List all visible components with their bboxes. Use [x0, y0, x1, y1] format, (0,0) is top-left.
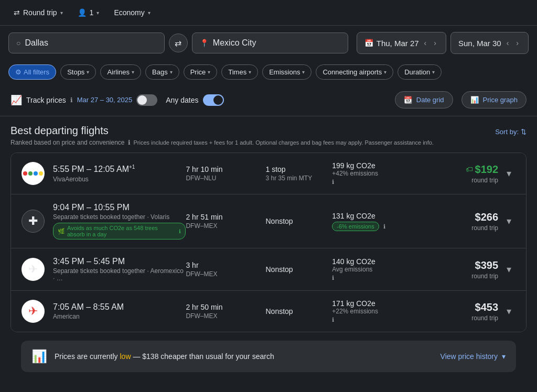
airline-logo-2: ✈: [22, 258, 45, 281]
airline-name-3: American: [53, 313, 186, 320]
calendar-icon: 📅: [364, 39, 373, 47]
connecting-airports-chevron: ▾: [384, 69, 386, 75]
flight-price-1: $266 round trip: [432, 211, 498, 232]
flight-times-3: 7:05 AM – 8:55 AM American: [53, 302, 186, 320]
flight-card-2[interactable]: ✈ 3:45 PM – 5:45 PM Separate tickets boo…: [11, 248, 526, 291]
expand-btn-1[interactable]: ▾: [502, 213, 515, 229]
duration-route-1: DFW–MEX: [186, 222, 265, 230]
destination-field[interactable]: 📍 Mexico City: [192, 32, 348, 53]
flight-card-1[interactable]: ✚ 9:04 PM – 10:55 PM Separate tickets bo…: [11, 194, 526, 248]
depart-next-button[interactable]: ›: [432, 38, 438, 48]
emissions-info-icon-1[interactable]: ℹ: [383, 223, 385, 230]
price-type-3: round trip: [432, 314, 498, 322]
times-filter-button[interactable]: Times ▾: [221, 64, 258, 80]
flight-emissions-2: 140 kg CO2e Avg emissions ℹ: [332, 257, 432, 281]
depart-date-field[interactable]: 📅 Thu, Mar 27 ‹ ›: [357, 32, 446, 54]
flight-duration-1: 2 hr 51 min DFW–MEX: [186, 213, 265, 230]
dot-blue: [34, 171, 38, 176]
flight-times-1: 9:04 PM – 10:55 PM Separate tickets book…: [53, 203, 186, 239]
emissions-info-icon-0[interactable]: ℹ: [332, 179, 334, 185]
flight-stops-0: 1 stop 3 hr 35 min MTY: [266, 165, 332, 182]
depart-prev-button[interactable]: ‹: [422, 38, 429, 48]
cabin-class-button[interactable]: Economy ▾: [109, 5, 155, 20]
stops-label: Stops: [67, 68, 84, 76]
dot-red: [23, 171, 27, 176]
origin-icon: ○: [16, 39, 20, 47]
emissions-val-3: 171 kg CO2e: [332, 299, 432, 308]
emissions-chevron: ▾: [302, 69, 305, 75]
stops-filter-button[interactable]: Stops ▾: [60, 64, 96, 80]
expand-btn-2[interactable]: ▾: [502, 262, 515, 277]
flight-duration-0: 7 hr 10 min DFW–NLU: [186, 165, 265, 182]
times-label: Times: [228, 68, 246, 76]
duration-time-0: 7 hr 10 min: [186, 165, 265, 173]
subtitle-info-icon[interactable]: ℹ: [128, 139, 131, 146]
any-dates-toggle[interactable]: [203, 94, 224, 106]
price-val-3: $453: [432, 301, 498, 313]
emissions-info-icon-2[interactable]: ℹ: [332, 275, 334, 281]
track-info-icon[interactable]: ℹ: [70, 96, 73, 104]
passengers-button[interactable]: 👤 1 ▾: [72, 5, 105, 20]
banner-left: 📊 Prices are currently low — $138 cheape…: [31, 349, 274, 364]
sort-by-label: Sort by:: [495, 128, 519, 136]
price-graph-button[interactable]: 📊 Price graph: [461, 91, 527, 108]
subtitle-text: Ranked based on price and convenience: [10, 139, 125, 146]
return-prev-button[interactable]: ‹: [504, 38, 511, 48]
dot-green: [28, 171, 33, 176]
price-filter-button[interactable]: Price ▾: [184, 64, 218, 80]
price-type-2: round trip: [432, 273, 498, 280]
section-subtitle: Ranked based on price and convenience ℹ …: [10, 139, 527, 146]
expand-btn-0[interactable]: ▾: [502, 166, 515, 181]
airlines-filter-button[interactable]: Airlines ▾: [100, 64, 141, 80]
track-left: 📈 Track prices ℹ Mar 27 – 30, 2025 Any d…: [10, 94, 224, 106]
airlines-chevron: ▾: [132, 69, 134, 75]
main-content: Best departing flights Sort by: ⇅ Ranked…: [0, 116, 537, 389]
trip-type-button[interactable]: ⇄ Round trip ▾: [8, 5, 68, 20]
connecting-airports-button[interactable]: Connecting airports ▾: [316, 64, 393, 80]
emissions-val-1: 131 kg CO2e: [332, 212, 432, 220]
flight-card-0[interactable]: 5:55 PM – 12:05 AM+1 VivaAerobus 7 hr 10…: [11, 153, 526, 194]
expand-btn-3[interactable]: ▾: [502, 303, 515, 319]
airline-name-1: Separate tickets booked together · Volar…: [53, 213, 186, 221]
track-prices-toggle[interactable]: [136, 94, 157, 106]
bags-filter-button[interactable]: Bags ▾: [145, 64, 179, 80]
emissions-filter-button[interactable]: Emissions ▾: [262, 64, 312, 80]
time-range-3: 7:05 AM – 8:55 AM: [53, 302, 186, 312]
emissions-label-2: Avg emissions: [332, 266, 432, 273]
airlines-label: Airlines: [107, 68, 130, 76]
person-icon: 👤: [78, 8, 87, 17]
volaris-icon: ✚: [28, 214, 38, 228]
price-type-0: round trip: [432, 177, 498, 184]
swap-button[interactable]: ⇄: [169, 34, 188, 52]
duration-filter-button[interactable]: Duration ▾: [398, 64, 442, 80]
any-dates-toggle-dot: [213, 95, 223, 105]
stops-label-0: 1 stop: [266, 165, 332, 173]
section-title-group: Best departing flights: [10, 125, 109, 139]
view-price-history-button[interactable]: View price history ▾: [441, 352, 506, 361]
leaf-icon: 🌿: [58, 228, 65, 235]
price-val-2: $395: [432, 259, 498, 271]
section-title: Best departing flights: [10, 125, 109, 137]
date-grid-label: Date grid: [416, 96, 444, 104]
all-filters-button[interactable]: ⚙ All filters: [8, 64, 56, 80]
date-grid-button[interactable]: 📆 Date grid: [395, 91, 453, 108]
times-chevron: ▾: [249, 69, 251, 75]
flight-card-3[interactable]: ✈ 7:05 AM – 8:55 AM American 2 hr 50 min…: [11, 291, 526, 332]
banner-text1: Prices are currently: [55, 352, 120, 361]
bags-label: Bags: [152, 68, 168, 76]
eco-info-icon[interactable]: ℹ: [179, 228, 181, 234]
return-date-field[interactable]: Sun, Mar 30 ‹ ›: [450, 32, 529, 54]
section-header: Best departing flights Sort by: ⇅: [10, 125, 527, 139]
price-chevron: ▾: [208, 69, 210, 75]
origin-text: Dallas: [25, 38, 48, 48]
passengers-chevron: ▾: [96, 10, 99, 16]
origin-field[interactable]: ○ Dallas: [8, 32, 165, 53]
flight-stops-2: Nonstop: [266, 265, 332, 274]
top-bar: ⇄ Round trip ▾ 👤 1 ▾ Economy ▾: [0, 0, 537, 26]
sort-by-button[interactable]: Sort by: ⇅: [495, 128, 527, 136]
view-price-history-label: View price history: [441, 352, 498, 361]
return-next-button[interactable]: ›: [514, 38, 521, 48]
airline-name-0: VivaAerobus: [53, 176, 186, 183]
emissions-val-0: 199 kg CO2e: [332, 161, 432, 170]
emissions-info-icon-3[interactable]: ℹ: [332, 317, 334, 323]
